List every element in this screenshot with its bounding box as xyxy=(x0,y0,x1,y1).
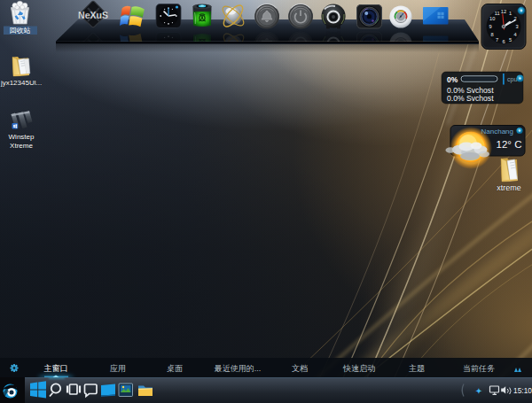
svg-text:10: 10 xyxy=(489,16,495,21)
svg-text:12° C: 12° C xyxy=(497,139,522,150)
svg-text:0.0% Svchost: 0.0% Svchost xyxy=(447,94,494,103)
svg-text:Xtreme: Xtreme xyxy=(10,142,33,150)
svg-text:最近使用的...: 最近使用的... xyxy=(214,364,262,373)
svg-text:当前任务: 当前任务 xyxy=(463,364,495,373)
svg-text:应用: 应用 xyxy=(110,364,126,373)
svg-text:9: 9 xyxy=(489,24,491,29)
svg-text:✦: ✦ xyxy=(475,386,482,396)
svg-text:12: 12 xyxy=(501,9,506,14)
svg-text:cpu: cpu xyxy=(507,76,517,83)
svg-text:jyx12345Ul...: jyx12345Ul... xyxy=(0,79,42,87)
svg-text:快速启动: 快速启动 xyxy=(342,364,375,373)
svg-text:主窗口: 主窗口 xyxy=(44,364,68,373)
svg-text:3: 3 xyxy=(515,24,518,29)
svg-text:0.0% Svchost: 0.0% Svchost xyxy=(447,86,494,95)
svg-text:文档: 文档 xyxy=(292,364,308,373)
svg-text:桌面: 桌面 xyxy=(167,364,183,373)
svg-text:5: 5 xyxy=(509,37,512,43)
svg-text:1: 1 xyxy=(509,11,512,16)
svg-text:回收站: 回收站 xyxy=(10,27,31,35)
svg-text:Winstep: Winstep xyxy=(9,133,35,141)
svg-text:xtreme: xtreme xyxy=(497,183,521,192)
svg-text:NeXuS: NeXuS xyxy=(78,10,108,20)
svg-text:7: 7 xyxy=(496,37,498,43)
svg-text:主题: 主题 xyxy=(409,364,425,373)
svg-text:0%: 0% xyxy=(447,75,458,84)
svg-text:15:10: 15:10 xyxy=(513,386,532,395)
svg-text:11: 11 xyxy=(495,11,500,16)
svg-text:6: 6 xyxy=(502,39,505,44)
svg-text:8: 8 xyxy=(490,32,493,37)
svg-text:4: 4 xyxy=(513,32,516,37)
